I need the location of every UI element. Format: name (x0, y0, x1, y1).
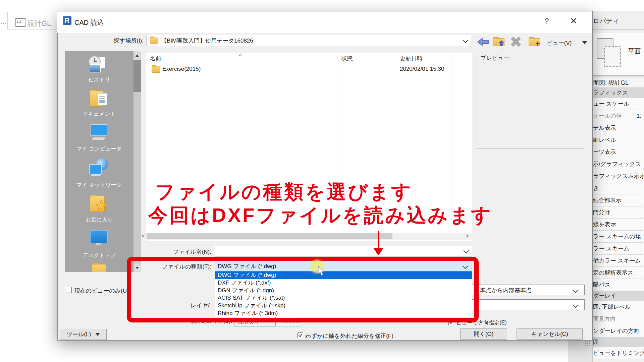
mouse-cursor-icon (318, 266, 326, 278)
preview-area (477, 58, 584, 149)
revit-icon: R (63, 16, 71, 25)
scroll-left-icon[interactable]: < (142, 233, 145, 239)
dialog-titlebar[interactable] (57, 11, 592, 33)
back-icon[interactable] (477, 37, 489, 47)
scrollbar-thumb[interactable] (133, 60, 141, 92)
header-divider (146, 63, 472, 63)
places-sidebar: ヒストリ ドキュメント マイ コンピュータ マイ ネットワーク お気に入り (65, 51, 133, 272)
folder-icon (152, 66, 160, 73)
annotation-line2: 今回はDXFファイルを読み込みます (148, 202, 493, 229)
sidebar-item-favorites[interactable]: お気に入り (65, 217, 133, 224)
tab-bar-line (7, 29, 58, 30)
view-menu-caret-icon[interactable] (582, 41, 587, 44)
cancel-button[interactable]: キャンセル(C) (517, 328, 583, 340)
sort-ascending-icon[interactable]: ^ (239, 53, 241, 58)
column-header-name[interactable]: 名前 (150, 55, 161, 62)
type-selector-label: 平面 (628, 47, 641, 56)
correct-lines-label: わずかに軸を外れた線分を修正(F) (305, 332, 393, 340)
hscrollbar-thumb[interactable] (147, 233, 392, 239)
favorites-icon (90, 194, 107, 213)
clipped-folder-icon (92, 264, 106, 272)
documents-icon (90, 89, 109, 107)
sidebar-item-my-network[interactable]: マイ ネットワーク (65, 182, 133, 189)
file-row-modified: 2020/02/01 15:30 (400, 66, 444, 72)
left-divider (7, 12, 8, 29)
delete-icon[interactable] (510, 36, 522, 46)
correct-lines-checkbox[interactable] (298, 333, 303, 338)
new-folder-icon[interactable]: + (528, 36, 541, 47)
view-tab-label[interactable]: 設計GL (28, 19, 51, 28)
column-header-status[interactable]: 状態 (341, 55, 353, 62)
scroll-right-icon[interactable]: > (466, 233, 469, 239)
desktop-icon (90, 229, 107, 247)
my-network-icon (89, 158, 108, 178)
scroll-up-icon[interactable] (133, 51, 141, 60)
properties-header: ロパティ (593, 17, 619, 25)
overflow-ellipsis[interactable]: ... (1, 17, 7, 26)
sidebar-item-history[interactable]: ヒストリ (65, 76, 133, 83)
dialog-title: CAD 読込 (74, 18, 104, 27)
chevron-down-icon[interactable] (573, 302, 579, 308)
preview-label: プレビュー (479, 54, 511, 62)
type-selector-icon-overlay (604, 46, 621, 67)
up-one-level-icon[interactable] (492, 36, 506, 47)
file-list-hscrollbar[interactable]: < > (141, 233, 472, 240)
annotation-arrow (378, 231, 379, 249)
sidebar-scrollbar[interactable] (133, 51, 141, 272)
file-name-label: ファイル名(N): (144, 248, 211, 256)
my-computer-icon (90, 124, 107, 141)
file-row-name: Exercise(2015) (162, 66, 201, 72)
folder-icon (150, 38, 158, 44)
view-menu-button[interactable]: ビュー(V) (547, 39, 572, 47)
column-header-modified[interactable]: 更新日時 (400, 55, 423, 62)
file-row[interactable]: Exercise(2015) 2020/02/01 15:30 (146, 65, 472, 74)
annotation-highlight-box (127, 257, 479, 322)
current-view-only-label: 現在のビューのみ(U) (74, 287, 129, 295)
file-name-combobox[interactable] (215, 246, 472, 256)
look-in-value: 【BIM実践入門】使用データ160826 (161, 37, 253, 45)
chevron-down-icon[interactable] (573, 288, 579, 293)
sidebar-item-documents[interactable]: ドキュメント (65, 111, 133, 118)
help-button[interactable]: ? (545, 17, 549, 25)
annotation-line1: ファイルの種類を選びます (155, 179, 413, 205)
resize-grip-icon[interactable] (584, 341, 590, 346)
view-tab-icon (15, 18, 25, 27)
sidebar-item-desktop[interactable]: デスクトップ (65, 252, 133, 259)
look-in-label: 探す場所(I): (87, 37, 144, 45)
current-view-only-checkbox[interactable] (66, 287, 72, 293)
positioning-value: 準点から内部基準点 (480, 287, 532, 294)
annotation-arrowhead-icon (373, 248, 383, 255)
history-icon (89, 56, 107, 73)
screen: ... 設計GL ロパティ 平面 面図: 設計GL ラフィックス ュー スケール… (0, 0, 644, 362)
property-value: 1: (637, 110, 641, 122)
tools-button[interactable]: ツール(L) (60, 329, 107, 340)
sidebar-item-my-computer[interactable]: マイ コンピュータ (65, 145, 133, 153)
open-button[interactable]: 開く(O) (460, 328, 507, 340)
close-button[interactable]: × (570, 14, 577, 27)
